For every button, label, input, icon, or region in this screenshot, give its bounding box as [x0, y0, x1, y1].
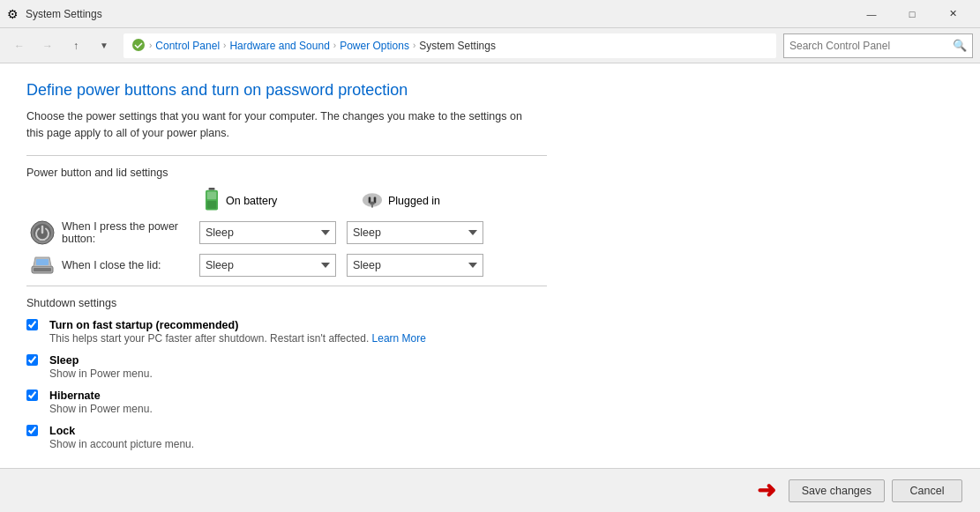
search-input[interactable]	[789, 40, 949, 52]
title-bar-left: ⚙ System Settings	[7, 7, 102, 21]
back-button[interactable]: ←	[7, 33, 32, 58]
svg-rect-9	[371, 204, 373, 207]
breadcrumb-control-panel[interactable]: Control Panel	[155, 40, 220, 52]
search-icon[interactable]: 🔍	[953, 39, 967, 52]
power-table: On battery Plugged in	[26, 188, 538, 277]
power-button-icon	[26, 220, 58, 245]
main-content: Define power buttons and turn on passwor…	[0, 63, 980, 468]
breadcrumb-current: System Settings	[419, 40, 496, 52]
sleep-desc: Show in Power menu.	[49, 367, 954, 380]
col-plugged: Plugged in	[362, 188, 512, 215]
lid-icon	[26, 256, 58, 275]
fast-startup-checkbox[interactable]	[26, 319, 38, 330]
lock-title-line: Lock	[49, 424, 954, 437]
fast-startup-item: Turn on fast startup (recommended) This …	[26, 318, 954, 345]
svg-rect-14	[36, 259, 49, 265]
fast-startup-desc: This helps start your PC faster after sh…	[49, 332, 954, 345]
checkbox-group: Turn on fast startup (recommended) This …	[26, 318, 954, 450]
power-button-row: When I press the power button: Sleep Do …	[26, 220, 538, 245]
lock-item: Lock Show in account picture menu.	[26, 424, 954, 450]
content-area: Define power buttons and turn on passwor…	[0, 63, 980, 468]
power-button-label: When I press the power button:	[58, 220, 199, 245]
sleep-checkbox[interactable]	[26, 354, 38, 366]
title-bar: ⚙ System Settings — □ ✕	[0, 0, 980, 28]
power-table-header: On battery Plugged in	[203, 188, 538, 215]
svg-rect-13	[34, 268, 51, 271]
page-heading: Define power buttons and turn on passwor…	[26, 81, 954, 100]
hibernate-label[interactable]: Hibernate	[49, 389, 101, 402]
svg-point-0	[132, 39, 145, 51]
lid-row: When I close the lid: Sleep Do nothing H…	[26, 254, 538, 277]
col-plugged-label: Plugged in	[388, 195, 440, 207]
breadcrumb-icon	[131, 38, 146, 54]
title-bar-controls: — □ ✕	[851, 0, 973, 28]
save-changes-button[interactable]: Save changes	[789, 479, 885, 502]
save-arrow-icon: ➜	[757, 477, 776, 504]
power-button-battery-select[interactable]: Sleep Do nothing Hibernate Shut down Tur…	[199, 221, 336, 244]
nav-bar: ← → ↑ ▼ › Control Panel › Hardware and S…	[0, 28, 980, 63]
lock-label[interactable]: Lock	[49, 424, 75, 437]
hibernate-desc: Show in Power menu.	[49, 403, 153, 415]
maximize-button[interactable]: □	[892, 0, 932, 28]
window-title: System Settings	[26, 8, 102, 20]
section-divider-2	[26, 286, 547, 286]
hibernate-checkbox[interactable]	[26, 390, 38, 401]
app-icon: ⚙	[7, 7, 19, 21]
col-battery-label: On battery	[226, 195, 277, 207]
breadcrumb-hardware-sound[interactable]: Hardware and Sound	[229, 40, 329, 52]
minimize-button[interactable]: —	[851, 0, 892, 28]
section1-title: Power button and lid settings	[26, 167, 954, 179]
svg-rect-4	[207, 200, 217, 208]
breadcrumb: › Control Panel › Hardware and Sound › P…	[123, 33, 776, 58]
sleep-label[interactable]: Sleep	[49, 353, 79, 367]
bottom-bar: ➜ Save changes Cancel	[0, 468, 980, 512]
battery-icon	[203, 188, 221, 215]
lid-label: When I close the lid:	[58, 259, 199, 271]
search-box: 🔍	[783, 33, 973, 58]
recent-locations-button[interactable]: ▼	[92, 33, 116, 58]
hibernate-title-line: Hibernate	[49, 389, 153, 402]
fast-startup-label[interactable]: Turn on fast startup (recommended)	[49, 318, 238, 331]
learn-more-link[interactable]: Learn More	[372, 332, 426, 345]
lock-desc: Show in account picture menu.	[49, 438, 954, 450]
col-battery: On battery	[203, 188, 353, 215]
close-button[interactable]: ✕	[932, 0, 973, 28]
sleep-item: Sleep Show in Power menu.	[26, 353, 954, 380]
sleep-title-line: Sleep	[49, 353, 954, 367]
lid-battery-select[interactable]: Sleep Do nothing Hibernate Shut down Tur…	[199, 254, 336, 277]
lid-plugged-select[interactable]: Sleep Do nothing Hibernate Shut down Tur…	[347, 254, 483, 277]
fast-startup-title-line: Turn on fast startup (recommended)	[49, 318, 954, 331]
cancel-button[interactable]: Cancel	[892, 479, 962, 502]
hibernate-row: ➜ Hibernate Show in Power menu.	[26, 389, 954, 424]
breadcrumb-power-options[interactable]: Power Options	[340, 40, 409, 52]
svg-rect-8	[370, 201, 374, 204]
shutdown-title: Shutdown settings	[26, 297, 954, 309]
svg-rect-1	[209, 188, 215, 190]
section-divider-1	[26, 155, 547, 156]
forward-button[interactable]: →	[35, 33, 60, 58]
hibernate-item: Hibernate Show in Power menu.	[26, 389, 153, 415]
plug-icon	[362, 191, 383, 211]
svg-rect-3	[207, 191, 217, 199]
up-button[interactable]: ↑	[64, 33, 88, 58]
power-button-plugged-select[interactable]: Sleep Do nothing Hibernate Shut down Tur…	[347, 221, 483, 244]
page-description: Choose the power settings that you want …	[26, 108, 538, 142]
shutdown-section: Shutdown settings Turn on fast startup (…	[26, 297, 954, 450]
lock-checkbox[interactable]	[26, 425, 38, 436]
